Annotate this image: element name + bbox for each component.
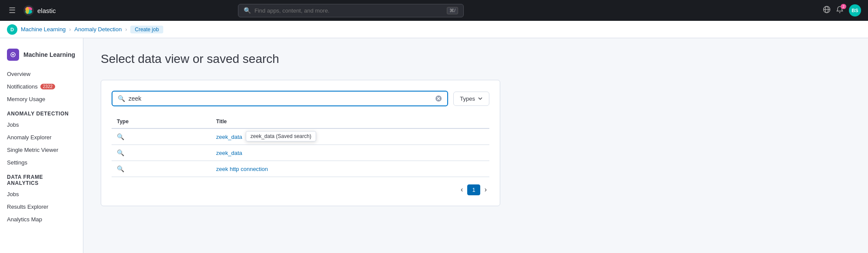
top-nav: ☰ elastic 🔍 ⌘/ 2 BS [0, 0, 868, 21]
breadcrumb-current: Create job [130, 26, 163, 33]
type-icon: 🔍 [117, 133, 124, 140]
sidebar-item-notifications[interactable]: Notifications 2322 [0, 80, 83, 93]
sidebar-item-dfa-jobs[interactable]: Jobs [0, 188, 83, 200]
type-cell: 🔍 [112, 161, 211, 177]
search-row: 🔍 Types [112, 91, 489, 106]
tooltip: zeek_data (Saved search) [246, 131, 316, 141]
sidebar-item-ad-jobs[interactable]: Jobs [0, 118, 83, 131]
breadcrumb-bar: D Machine Learning › Anomaly Detection ›… [0, 21, 868, 38]
sidebar-item-analytics-map[interactable]: Analytics Map [0, 213, 83, 226]
nav-actions: 2 BS [823, 4, 861, 16]
results-table: Type Title 🔍 zeek_data [112, 115, 489, 177]
clear-icon [435, 95, 442, 102]
table-header: Type Title [112, 115, 489, 128]
type-cell: 🔍 [112, 128, 211, 145]
main-content: Select data view or saved search 🔍 [83, 38, 868, 253]
notifications-badge: 2322 [40, 84, 55, 89]
notifications-button[interactable]: 2 [836, 6, 844, 16]
globe-icon [823, 6, 831, 13]
svg-point-7 [839, 12, 840, 13]
types-label: Types [460, 95, 475, 102]
search-field-wrapper: 🔍 [112, 91, 448, 106]
pagination: ‹ 1 › [112, 184, 489, 195]
search-panel: 🔍 Types [101, 80, 500, 206]
type-icon: 🔍 [117, 165, 124, 172]
table-row: 🔍 zeek_data zeek_data (Saved search) [112, 145, 489, 161]
prev-page-button[interactable]: ‹ [458, 184, 465, 195]
sidebar-logo-icon [7, 49, 19, 61]
breadcrumb-sep-1: › [69, 26, 71, 33]
elastic-logo: elastic [23, 4, 56, 16]
notification-badge: 2 [841, 4, 846, 9]
title-cell: zeek_data zeek_data (Saved search) [211, 145, 489, 161]
sidebar-section-dfa: Data Frame Analytics [0, 169, 83, 188]
type-cell: 🔍 [112, 145, 211, 161]
type-icon: 🔍 [117, 149, 124, 156]
elastic-logo-icon [23, 4, 35, 16]
global-search-input[interactable] [254, 7, 443, 14]
search-icon: 🔍 [244, 7, 251, 14]
sidebar-item-ad-settings[interactable]: Settings [0, 156, 83, 169]
result-link-2[interactable]: zeek_data [216, 150, 242, 156]
breadcrumb-d-icon: D [7, 24, 17, 35]
result-link-1[interactable]: zeek_data [216, 134, 242, 140]
col-title: Title [211, 115, 489, 128]
globe-button[interactable] [823, 6, 831, 16]
app-layout: Machine Learning Overview Notifications … [0, 38, 868, 253]
search-icon-small: 🔍 [118, 95, 125, 102]
search-kbd: ⌘/ [447, 7, 458, 14]
search-input[interactable] [129, 95, 432, 102]
breadcrumb-anomaly[interactable]: Anomaly Detection [74, 26, 122, 33]
sidebar-item-memory-usage[interactable]: Memory Usage [0, 93, 83, 105]
title-cell: zeek http connection [211, 161, 489, 177]
sidebar-item-anomaly-explorer[interactable]: Anomaly Explorer [0, 131, 83, 144]
result-link-3[interactable]: zeek http connection [216, 166, 268, 172]
page-1-button[interactable]: 1 [467, 184, 480, 195]
sidebar-header: Machine Learning [0, 45, 83, 68]
global-search-bar: 🔍 ⌘/ [238, 4, 464, 17]
sidebar-item-single-metric-viewer[interactable]: Single Metric Viewer [0, 144, 83, 156]
sidebar-item-results-explorer[interactable]: Results Explorer [0, 200, 83, 213]
hamburger-menu-button[interactable]: ☰ [7, 4, 17, 17]
breadcrumb-sep-2: › [125, 26, 127, 33]
svg-point-3 [26, 7, 29, 14]
clear-search-button[interactable] [435, 95, 442, 102]
svg-point-9 [12, 54, 14, 56]
elastic-logo-text: elastic [37, 7, 56, 14]
sidebar: Machine Learning Overview Notifications … [0, 38, 83, 253]
sidebar-item-overview[interactable]: Overview [0, 68, 83, 80]
user-avatar[interactable]: BS [849, 4, 861, 16]
breadcrumb-ml[interactable]: Machine Learning [21, 26, 66, 33]
sidebar-title: Machine Learning [23, 51, 75, 58]
sidebar-section-anomaly-detection: Anomaly Detection [0, 105, 83, 118]
page-title: Select data view or saved search [101, 52, 851, 66]
chevron-down-icon [478, 96, 483, 101]
table-row: 🔍 zeek http connection [112, 161, 489, 177]
next-page-button[interactable]: › [482, 184, 489, 195]
col-type: Type [112, 115, 211, 128]
types-filter-button[interactable]: Types [453, 92, 489, 106]
